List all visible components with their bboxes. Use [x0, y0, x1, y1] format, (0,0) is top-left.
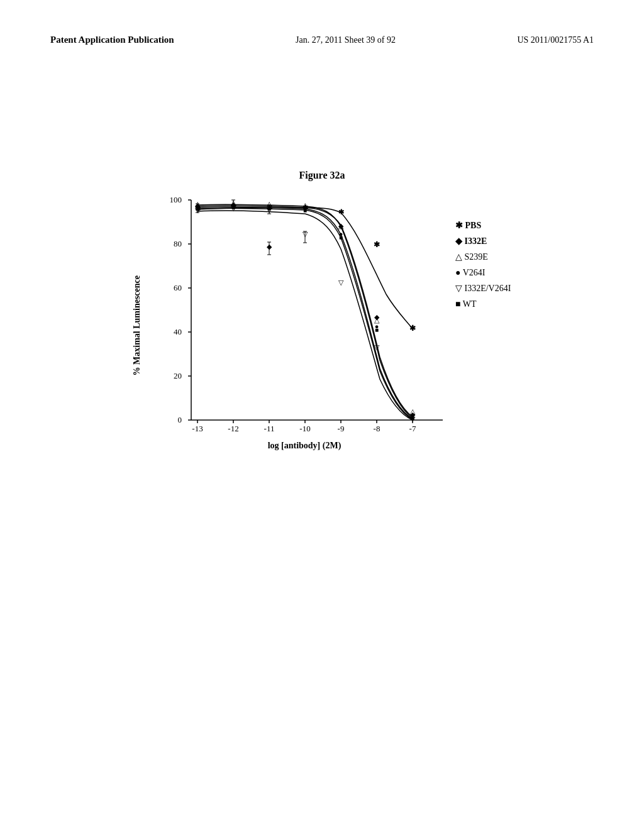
- svg-text:■: ■: [339, 234, 343, 241]
- svg-text:60: 60: [174, 283, 182, 292]
- svg-text:-8: -8: [374, 424, 380, 433]
- svg-text:◆  I332E: ◆ I332E: [455, 236, 487, 246]
- svg-text:-13: -13: [192, 424, 203, 433]
- svg-text:✱: ✱: [374, 240, 380, 249]
- page-header: Patent Application Publication Jan. 27, …: [50, 35, 594, 45]
- svg-text:40: 40: [174, 327, 182, 336]
- svg-text:-7: -7: [409, 424, 416, 433]
- svg-text:✱: ✱: [338, 208, 345, 216]
- svg-text:■: ■: [411, 414, 414, 421]
- svg-text:■: ■: [303, 207, 307, 214]
- sheet-info: Jan. 27, 2011 Sheet 39 of 92: [296, 35, 396, 45]
- chart-svg: 0 20 40 60 80 100 -13: [147, 194, 512, 458]
- chart-wrapper: % Maximal Luminescence 0 20 40: [50, 194, 594, 458]
- publication-label: Patent Application Publication: [50, 35, 174, 45]
- svg-text:▽: ▽: [374, 343, 380, 351]
- svg-text:■: ■: [375, 326, 379, 333]
- svg-text:-12: -12: [228, 424, 238, 433]
- svg-text:-11: -11: [264, 424, 275, 433]
- patent-number: US 2011/0021755 A1: [517, 35, 594, 45]
- svg-text:-10: -10: [299, 424, 310, 433]
- svg-text:✱: ✱: [409, 324, 416, 333]
- chart-area: 0 20 40 60 80 100 -13: [147, 194, 512, 458]
- figure-container: Figure 32a % Maximal Luminescence 0 20: [50, 170, 594, 458]
- svg-text:△: △: [338, 222, 344, 230]
- svg-text:80: 80: [174, 239, 182, 248]
- svg-text:log [antibody] (2M): log [antibody] (2M): [268, 441, 341, 451]
- svg-text:✱  PBS: ✱ PBS: [455, 221, 481, 230]
- svg-text:0: 0: [178, 415, 182, 424]
- svg-text:▽: ▽: [338, 279, 344, 286]
- y-axis-label: % Maximal Luminescence: [132, 275, 142, 375]
- svg-text:■  WT: ■ WT: [455, 299, 477, 309]
- svg-text:20: 20: [174, 371, 182, 380]
- svg-text:△  S239E: △ S239E: [455, 252, 488, 262]
- svg-text:100: 100: [170, 195, 182, 204]
- figure-title: Figure 32a: [50, 170, 594, 181]
- svg-text:▽  I332E/V264I: ▽ I332E/V264I: [455, 284, 511, 293]
- svg-text:●  V264I: ● V264I: [455, 268, 486, 277]
- svg-text:-9: -9: [338, 424, 345, 433]
